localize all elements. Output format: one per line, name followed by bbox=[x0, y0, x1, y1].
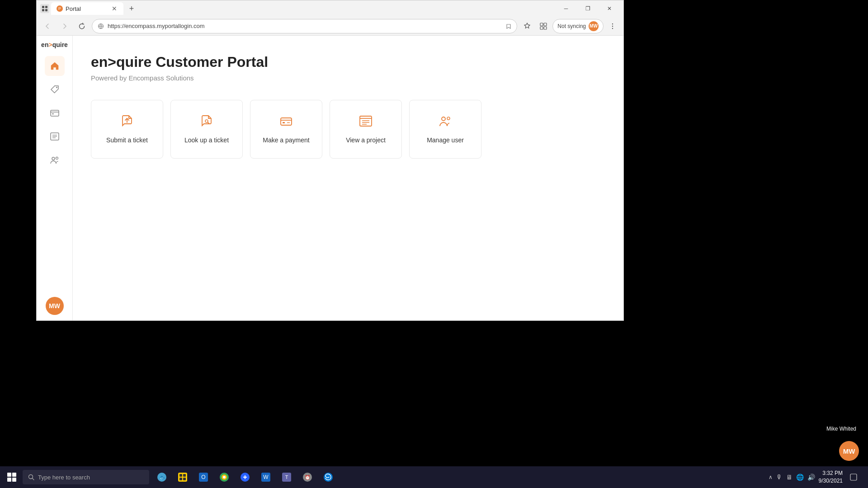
tray-avatar[interactable]: MW bbox=[839, 441, 859, 461]
volume-icon[interactable]: 🔊 bbox=[807, 474, 815, 481]
taskbar-app-6[interactable]: W bbox=[256, 467, 276, 487]
view-project-card[interactable]: View a project bbox=[330, 100, 402, 159]
svg-point-50 bbox=[223, 476, 226, 479]
bookmark-icon[interactable] bbox=[506, 23, 511, 29]
manage-user-label: Manage user bbox=[427, 136, 464, 144]
taskbar-app-2[interactable] bbox=[173, 467, 193, 487]
notification-button[interactable] bbox=[846, 470, 861, 484]
taskbar: Type here to search 🐟 O bbox=[0, 466, 868, 488]
window-controls: ─ ❐ ✕ bbox=[556, 0, 620, 17]
taskbar-search-placeholder: Type here to search bbox=[38, 474, 90, 481]
sync-avatar: MW bbox=[589, 21, 599, 31]
sync-label: Not syncing bbox=[557, 23, 586, 29]
taskbar-clock: 3:32 PM 9/30/2021 bbox=[819, 469, 843, 485]
page-subtitle: Powered by Encompass Solutions bbox=[91, 74, 605, 82]
view-project-label: View a project bbox=[346, 136, 386, 144]
new-tab-button[interactable]: + bbox=[125, 2, 138, 15]
list-icon bbox=[50, 131, 60, 141]
taskbar-app-8[interactable]: ⏰ bbox=[297, 467, 317, 487]
refresh-button[interactable] bbox=[75, 19, 89, 33]
restore-button[interactable]: ❐ bbox=[577, 0, 598, 17]
taskbar-app-5[interactable] bbox=[235, 467, 255, 487]
svg-rect-45 bbox=[183, 478, 186, 480]
svg-text:T: T bbox=[285, 474, 288, 480]
svg-text:🐟: 🐟 bbox=[159, 474, 165, 480]
taskbar-right: ∧ 🎙 🖥 🌐 🔊 3:32 PM 9/30/2021 bbox=[769, 469, 866, 485]
svg-rect-9 bbox=[544, 27, 547, 29]
sidebar-avatar[interactable]: MW bbox=[46, 297, 64, 315]
tab-favicon: P bbox=[57, 5, 63, 12]
tag-icon bbox=[50, 84, 60, 94]
submit-ticket-icon bbox=[120, 114, 134, 131]
svg-rect-59 bbox=[850, 474, 857, 480]
svg-point-12 bbox=[612, 28, 613, 28]
svg-text:W: W bbox=[263, 474, 269, 480]
address-bar[interactable]: https://encompass.myportallogin.com bbox=[92, 19, 517, 33]
svg-rect-7 bbox=[544, 23, 547, 26]
sidebar-item-payments[interactable] bbox=[45, 103, 65, 123]
mic-icon: 🎙 bbox=[776, 474, 783, 481]
address-bar-url: https://encompass.myportallogin.com bbox=[108, 23, 502, 29]
tab-close-button[interactable]: ✕ bbox=[111, 5, 118, 12]
tray-avatar-initials: MW bbox=[843, 447, 855, 455]
look-up-ticket-label: Look up a ticket bbox=[184, 136, 229, 144]
make-payment-card[interactable]: Make a payment bbox=[250, 100, 322, 159]
logo-text1: en bbox=[41, 41, 48, 48]
back-button[interactable] bbox=[40, 19, 55, 33]
sidebar-item-users[interactable] bbox=[45, 150, 65, 170]
tab-label: Portal bbox=[66, 5, 81, 12]
browser-icon bbox=[40, 4, 49, 13]
sidebar-item-home[interactable] bbox=[45, 56, 65, 76]
sidebar-logo: en>quire bbox=[41, 41, 68, 49]
start-button[interactable] bbox=[2, 467, 22, 487]
svg-point-36 bbox=[447, 117, 450, 120]
display-icon: 🖥 bbox=[786, 474, 793, 481]
chevron-up-icon[interactable]: ∧ bbox=[769, 474, 773, 480]
sidebar-item-tickets[interactable] bbox=[45, 80, 65, 99]
svg-line-25 bbox=[208, 122, 209, 123]
svg-rect-0 bbox=[42, 6, 44, 8]
taskbar-search[interactable]: Type here to search bbox=[23, 470, 149, 484]
svg-rect-44 bbox=[179, 478, 182, 480]
taskbar-app-3[interactable]: O bbox=[193, 467, 213, 487]
svg-text:O: O bbox=[201, 474, 205, 480]
clock-time: 3:32 PM bbox=[819, 469, 843, 477]
forward-button[interactable] bbox=[57, 19, 72, 33]
avatar-name-text: Mike Whited bbox=[826, 426, 856, 432]
taskbar-app-edge[interactable] bbox=[318, 467, 338, 487]
search-icon bbox=[28, 474, 34, 480]
svg-point-21 bbox=[52, 157, 55, 160]
close-button[interactable]: ✕ bbox=[599, 0, 620, 17]
sync-button[interactable]: Not syncing MW bbox=[552, 19, 604, 33]
collections-button[interactable] bbox=[536, 19, 551, 33]
toolbar-actions: Not syncing MW bbox=[520, 19, 620, 33]
avatar-name-tooltip: Mike Whited bbox=[822, 424, 861, 434]
app-sidebar: en>quire bbox=[37, 36, 73, 320]
submit-ticket-card[interactable]: Submit a ticket bbox=[91, 100, 163, 159]
svg-rect-43 bbox=[183, 474, 186, 477]
svg-point-35 bbox=[442, 117, 445, 121]
manage-user-icon bbox=[438, 114, 453, 131]
svg-rect-6 bbox=[540, 23, 543, 26]
look-up-ticket-card[interactable]: Look up a ticket bbox=[170, 100, 243, 159]
taskbar-app-7[interactable]: T bbox=[277, 467, 297, 487]
minimize-button[interactable]: ─ bbox=[556, 0, 576, 17]
sidebar-item-projects[interactable] bbox=[45, 127, 65, 146]
taskbar-app-4[interactable] bbox=[214, 467, 234, 487]
network-icon[interactable]: 🌐 bbox=[796, 474, 804, 481]
submit-ticket-label: Submit a ticket bbox=[106, 136, 148, 144]
svg-rect-1 bbox=[45, 6, 47, 8]
browser-content: en>quire bbox=[37, 36, 623, 320]
manage-user-card[interactable]: Manage user bbox=[409, 100, 481, 159]
taskbar-apps: 🐟 O bbox=[152, 467, 338, 487]
make-payment-icon bbox=[279, 114, 293, 131]
make-payment-label: Make a payment bbox=[263, 136, 310, 144]
favorites-button[interactable] bbox=[520, 19, 534, 33]
look-up-ticket-icon bbox=[199, 114, 214, 131]
more-button[interactable] bbox=[605, 19, 620, 33]
active-tab[interactable]: P Portal ✕ bbox=[51, 2, 123, 15]
svg-point-13 bbox=[56, 87, 57, 88]
main-content: en>quire Customer Portal Powered by Enco… bbox=[73, 36, 623, 320]
page-title: en>quire Customer Portal bbox=[91, 54, 605, 70]
taskbar-app-1[interactable]: 🐟 bbox=[152, 467, 172, 487]
